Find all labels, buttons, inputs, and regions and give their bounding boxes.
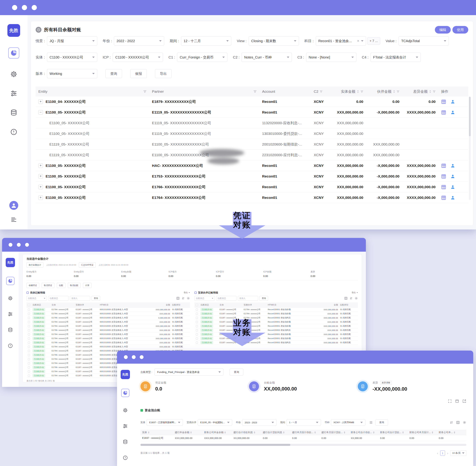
menu-icon[interactable] — [369, 420, 373, 424]
next-page-icon[interactable]: › — [447, 451, 448, 455]
expand-toggle[interactable]: + — [38, 163, 43, 168]
table-row[interactable]: E1119_05- XXXXXX公司 E1100_05- XXXXXXXXXXX… — [36, 139, 468, 150]
row-checkbox[interactable] — [28, 366, 30, 368]
gear-icon[interactable] — [355, 297, 358, 300]
match-row[interactable]: 已匹配(自动) E1764- xxxxxx公司 E1187- xxxxxx公司 … — [26, 312, 190, 316]
sort-icon[interactable] — [357, 90, 359, 93]
filter-icon[interactable] — [253, 90, 257, 93]
prev-page-icon[interactable]: ‹ — [437, 451, 438, 455]
more-tags-button[interactable]: + 7 ... — [368, 37, 380, 45]
row-checkbox[interactable] — [28, 358, 30, 360]
ledger-query-button[interactable]: 查询 — [230, 369, 243, 375]
nav-alert-icon[interactable] — [8, 343, 13, 348]
columns-icon[interactable] — [176, 297, 180, 300]
nav-dashboard-pie-icon[interactable] — [6, 277, 14, 285]
fullscreen-icon[interactable] — [448, 399, 452, 403]
voucher-table-icon[interactable] — [441, 110, 446, 115]
row-checkbox[interactable] — [28, 313, 30, 315]
nav-database-icon[interactable] — [8, 327, 13, 333]
nav-list-icon[interactable] — [10, 216, 17, 223]
filter-select[interactable]: 1 - 一月 — [286, 419, 321, 426]
match-row[interactable]: 已匹配(自动) E1766- xxxxxx公司 E1187- xxxxxx公司 … — [26, 328, 190, 332]
filter-icon[interactable] — [360, 90, 363, 93]
filter-icon[interactable] — [433, 90, 436, 93]
row-checkbox[interactable] — [196, 329, 198, 331]
row-checkbox[interactable] — [28, 329, 30, 331]
col-header[interactable]: 财务公司本金余额 — [202, 431, 232, 434]
nav-database-icon[interactable] — [123, 439, 128, 444]
match-row[interactable]: 已匹配(自动) E1764- xxxxxx公司 E1187- xxxxxx公司 … — [26, 324, 190, 328]
sort-icon[interactable] — [181, 297, 185, 300]
filter-select[interactable]: 2023 - 2023 — [242, 419, 276, 426]
window-dot[interactable] — [25, 243, 29, 247]
row-checkbox[interactable] — [28, 325, 30, 327]
row-checkbox[interactable] — [196, 313, 198, 315]
table-row[interactable]: + E1100_05- XXXXXX公司 E1764- XXXXXXXXXXXX… — [36, 192, 468, 203]
horizontal-scrollbar[interactable] — [141, 444, 466, 446]
status-select[interactable]: 匹配状态 — [194, 296, 215, 301]
search-query-button[interactable]: 查询 — [260, 296, 268, 301]
nav-settings-gear-icon[interactable] — [123, 408, 128, 413]
col-header[interactable]: 财务公司本月应计... — [408, 431, 437, 434]
table-row[interactable]: E1119_05- XXXXXX公司 E1100_05- XXXXXXXXXXX… — [36, 150, 468, 160]
filter-query-button[interactable]: 查询 — [375, 419, 388, 426]
window-dot[interactable] — [22, 5, 27, 10]
header-checkbox[interactable] — [196, 304, 198, 306]
col-header[interactable]: 建行本金余额 — [173, 431, 202, 434]
filter-select[interactable]: C1100 - XXXXXX公司 — [47, 53, 97, 62]
col-header[interactable]: 建行合计贷款利息 — [261, 431, 290, 434]
clear-icon[interactable]: × — [357, 39, 359, 43]
exit-icon[interactable] — [462, 399, 466, 403]
ledger-row[interactable]: E1837 - xxxxxx公司 XXX,000,000.00 XXX,000,… — [141, 435, 466, 441]
row-checkbox[interactable] — [196, 333, 198, 336]
voucher-table-icon[interactable] — [441, 174, 446, 179]
vertical-scrollbar[interactable] — [469, 97, 471, 200]
scrollbar-thumb[interactable] — [469, 97, 471, 136]
match-row[interactable]: 已匹配(自动) E1766- xxxxxx公司 E1187- xxxxxx公司 … — [26, 316, 190, 320]
row-checkbox[interactable] — [28, 346, 30, 348]
row-checkbox[interactable] — [28, 317, 30, 319]
use-button[interactable]: 使用 — [452, 26, 468, 34]
match-row[interactable]: 已匹配(自动) E1764- xxxxxx公司 E1187- xxxxxx公司 … — [26, 308, 190, 312]
col-header[interactable]: 建行合计存款利息 — [232, 431, 261, 434]
nav-database-icon[interactable] — [10, 109, 17, 116]
action-button[interactable]: 匹配 — [57, 283, 65, 288]
person-icon[interactable] — [450, 163, 455, 168]
col-header[interactable]: 财务公司合计存款... — [349, 431, 378, 434]
table-row[interactable]: + E1100_04- XXXXXX公司 E1879- XXXXXXXXXX公司… — [36, 96, 468, 107]
search-query-button[interactable]: 查询 — [92, 296, 100, 301]
window-icon[interactable] — [455, 399, 459, 403]
status-input[interactable]: 匹配状态 — [48, 296, 69, 301]
window-dot[interactable] — [17, 243, 21, 247]
row-checkbox[interactable] — [196, 342, 198, 344]
adder-input[interactable]: 添加人 — [238, 296, 258, 301]
row-checkbox[interactable] — [28, 362, 30, 364]
nav-dashboard-pie-icon[interactable] — [8, 47, 19, 58]
nav-alert-icon[interactable] — [123, 455, 128, 460]
filter-select[interactable]: FTotal - 法定报表合计 — [370, 53, 421, 62]
adder-input[interactable]: 添加人 — [70, 296, 90, 301]
row-checkbox[interactable] — [28, 333, 30, 336]
columns-icon[interactable] — [456, 420, 460, 424]
nav-sliders-icon[interactable] — [10, 90, 17, 97]
query-button[interactable]: 查询 — [106, 69, 122, 78]
page-size-select[interactable]: 10 条/页 — [450, 450, 466, 456]
table-row[interactable]: E1100_05- XXXXXX公司 E1119_05- XXXXXXXXXXX… — [36, 128, 468, 139]
scrollbar-thumb[interactable] — [141, 444, 290, 446]
row-checkbox[interactable] — [28, 309, 30, 311]
export-button[interactable]: 导出 — [155, 69, 172, 78]
col-header[interactable]: 建行本月应计存款... — [290, 431, 320, 434]
row-checkbox[interactable] — [28, 321, 30, 323]
row-checkbox[interactable] — [28, 338, 30, 339]
version-select[interactable]: Working — [47, 69, 97, 78]
sort-icon[interactable] — [450, 420, 453, 424]
window-dot[interactable] — [32, 5, 37, 10]
row-checkbox[interactable] — [28, 350, 30, 352]
voucher-table-icon[interactable] — [441, 163, 446, 168]
window-dot[interactable] — [124, 355, 128, 359]
filter-select[interactable]: E1837 - 江苏瑞恒新材料... — [147, 419, 183, 426]
voucher-table-icon[interactable] — [441, 195, 446, 200]
filter-select[interactable]: C1100 - XXXXXX公司 — [113, 53, 163, 62]
row-checkbox[interactable] — [196, 338, 198, 339]
match-row[interactable]: 已匹配(自动) E1766- xxxxxx公司 E1187- xxxxxx公司 … — [26, 341, 190, 345]
